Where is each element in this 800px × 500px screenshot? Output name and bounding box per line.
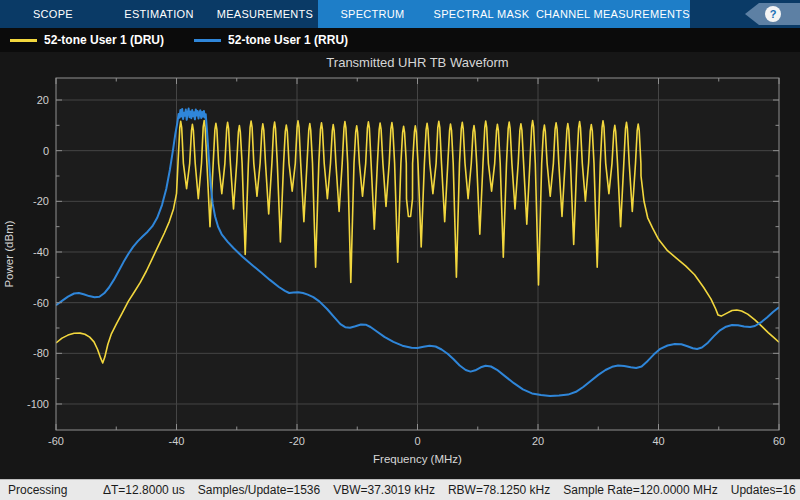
legend-item[interactable]: 52-tone User 1 (RRU) — [194, 33, 348, 47]
tab-group-main: SCOPEESTIMATIONMEASUREMENTS — [0, 0, 318, 28]
status-bar: Processing ΔT=12.8000 usSamples/Update=1… — [0, 479, 800, 500]
y-tick-label: 0 — [43, 145, 49, 157]
x-tick-label: 60 — [773, 435, 785, 447]
help-icon: ? — [765, 6, 781, 22]
toolstrip-tabbar: SCOPEESTIMATIONMEASUREMENTS SPECTRUMSPEC… — [0, 0, 800, 28]
plot-canvas[interactable]: -60-40-200204060200-20-40-60-80-100Frequ… — [0, 70, 800, 475]
status-item: VBW=37.3019 kHz — [333, 483, 435, 497]
status-state: Processing — [8, 483, 103, 497]
y-tick-label: -60 — [33, 297, 49, 309]
legend-line-swatch — [10, 39, 37, 42]
help-label: ? — [770, 8, 777, 20]
status-item: RBW=78.1250 kHz — [448, 483, 550, 497]
tab-channel-measurements[interactable]: CHANNEL MEASUREMENTS — [536, 0, 690, 28]
tab-estimation[interactable]: ESTIMATION — [106, 0, 212, 28]
status-item: Samples/Update=1536 — [198, 483, 320, 497]
spectrum-analyzer-window: SCOPEESTIMATIONMEASUREMENTS SPECTRUMSPEC… — [0, 0, 800, 500]
x-tick-label: 0 — [414, 435, 420, 447]
x-tick-label: -40 — [169, 435, 185, 447]
status-item: Sample Rate=120.0000 MHz — [563, 483, 717, 497]
spectrum-chart: Transmitted UHR TB Waveform -60-40-20020… — [0, 52, 800, 479]
x-axis-label: Frequency (MHz) — [373, 453, 462, 465]
y-tick-label: -100 — [27, 398, 49, 410]
y-tick-label: -20 — [33, 195, 49, 207]
legend-item[interactable]: 52-tone User 1 (DRU) — [10, 33, 164, 47]
y-axis-label: Power (dBm) — [3, 220, 15, 287]
tab-measurements[interactable]: MEASUREMENTS — [212, 0, 318, 28]
chart-title: Transmitted UHR TB Waveform — [56, 55, 779, 70]
x-tick-label: -60 — [48, 435, 64, 447]
tab-scope[interactable]: SCOPE — [0, 0, 106, 28]
help-button[interactable]: ? — [745, 3, 800, 25]
tab-group-contextual: SPECTRUMSPECTRAL MASKCHANNEL MEASUREMENT… — [318, 0, 690, 28]
legend-line-swatch — [194, 39, 221, 42]
tab-spectrum[interactable]: SPECTRUM — [318, 0, 427, 28]
x-tick-label: 20 — [532, 435, 544, 447]
y-tick-label: -80 — [33, 347, 49, 359]
legend: 52-tone User 1 (DRU)52-tone User 1 (RRU) — [0, 28, 800, 52]
x-tick-label: -20 — [289, 435, 305, 447]
status-item: ΔT=12.8000 us — [103, 483, 185, 497]
y-tick-label: 20 — [37, 94, 49, 106]
status-item: Updates=16 — [731, 483, 796, 497]
status-items: ΔT=12.8000 usSamples/Update=1536VBW=37.3… — [103, 483, 800, 497]
legend-label: 52-tone User 1 (RRU) — [228, 33, 348, 47]
tab-spectral-mask[interactable]: SPECTRAL MASK — [427, 0, 536, 28]
x-tick-label: 40 — [652, 435, 664, 447]
y-tick-label: -40 — [33, 246, 49, 258]
legend-label: 52-tone User 1 (DRU) — [44, 33, 164, 47]
